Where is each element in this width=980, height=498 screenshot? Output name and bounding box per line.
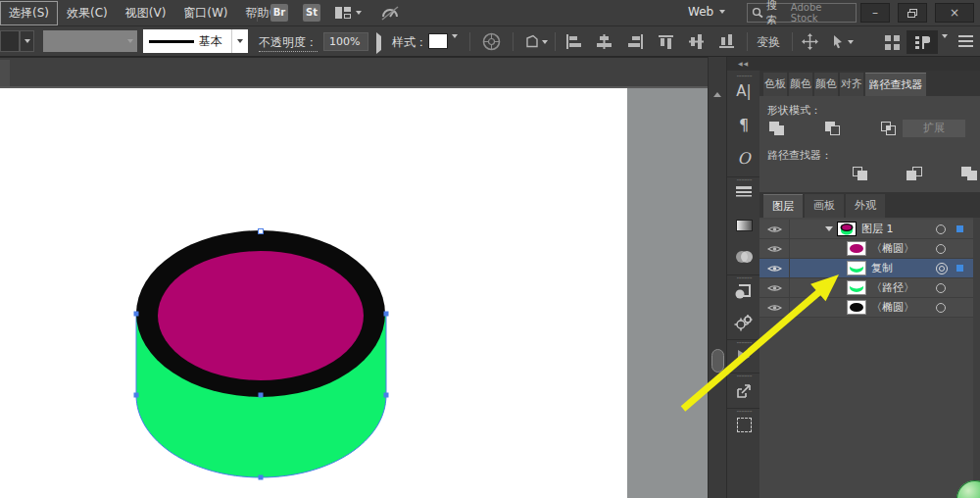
tab-artboards[interactable]: 画板 [805,194,844,218]
stroke-weight-dropdown[interactable] [20,30,34,52]
selection-tool-icon [831,34,845,49]
menu-select[interactable]: 选择(S) [0,1,58,25]
menu-effect[interactable]: 效果(C) [58,1,117,25]
bridge-button[interactable]: Br [270,4,288,22]
artboards-panel-icon[interactable] [727,418,760,435]
play-actions-icon[interactable] [727,349,760,368]
export-panel-icon[interactable] [727,382,760,403]
gpu-performance-icon[interactable] [380,4,400,25]
menu-view[interactable]: 视图(V) [117,1,175,25]
document-profile-value: Web [688,5,713,19]
free-transform-icon[interactable] [802,33,818,53]
cylinder-artwork[interactable] [0,88,708,498]
select-similar-button[interactable] [831,34,854,49]
layer-row[interactable]: 〈椭圆〉 [760,298,973,318]
tab-swatches[interactable]: 色板 [763,73,787,96]
layer-thumbnail[interactable] [847,300,866,315]
align-vertical-center-icon[interactable] [689,34,706,49]
visibility-toggle[interactable] [760,278,790,297]
align-bottom-icon[interactable] [719,34,736,49]
layer-thumbnail[interactable] [847,241,866,256]
workspace-chevron[interactable] [942,38,948,52]
right-panel-stack: 色板 颜色 颜色 对齐 路径查找器 形状模式： 扩展 路径查找器： 图层 画板 … [760,57,980,498]
visibility-toggle[interactable] [760,259,790,277]
stroke-panel-icon[interactable] [727,186,760,201]
cylinder-top[interactable] [158,251,364,380]
tab-appearance[interactable]: 外观 [846,194,885,218]
target-circle-icon[interactable] [936,224,946,234]
workspace-switcher-button[interactable] [906,30,938,54]
expand-chevron-icon[interactable] [825,226,833,231]
target-double-circle-icon[interactable] [936,263,948,274]
layer-row[interactable]: 〈椭圆〉 [760,239,973,259]
visibility-toggle[interactable] [760,239,790,258]
layer-thumbnail[interactable] [847,261,866,275]
close-button[interactable]: × [935,3,974,23]
scroll-up-arrow-icon[interactable] [713,92,721,97]
opentype-panel-icon[interactable]: O [727,149,760,168]
character-panel-icon[interactable]: A| [727,82,760,100]
style-chevron[interactable] [452,38,458,52]
merge-icon[interactable] [961,167,978,181]
target-circle-icon[interactable] [936,283,946,293]
layer-thumbnail[interactable] [837,222,857,236]
menu-window[interactable]: 窗口(W) [174,1,236,25]
recolor-artwork-icon[interactable] [482,32,501,54]
target-circle-icon[interactable] [936,303,946,313]
stroke-style-dropdown[interactable]: 基本 [143,29,231,53]
document-tab-bar[interactable] [0,57,709,88]
stroke-style-chevron[interactable] [231,29,248,53]
gradient-panel-icon[interactable] [727,220,760,234]
trim-icon[interactable] [906,167,923,181]
divide-icon[interactable] [853,167,869,181]
align-right-icon[interactable] [627,34,644,49]
align-top-icon[interactable] [659,34,675,49]
layer-row-group[interactable]: 图层 1 [760,220,973,239]
layer-name[interactable]: 图层 1 [861,222,894,236]
minus-front-icon[interactable] [825,122,842,136]
layer-name[interactable]: 〈椭圆〉 [871,300,914,315]
layer-row[interactable]: 〈路径〉 [760,278,973,298]
tab-pathfinder[interactable]: 路径查找器 [865,73,926,96]
paragraph-panel-icon[interactable]: ¶ [727,116,760,134]
search-input[interactable]: 搜索 Adobe Stock [747,3,857,23]
restore-button[interactable] [898,3,927,23]
tab-layers[interactable]: 图层 [763,194,803,218]
opacity-value-input[interactable]: 100% [323,32,368,51]
opacity-label[interactable]: 不透明度： [259,34,318,52]
arrange-documents-button[interactable] [334,6,362,20]
transparency-panel-icon[interactable] [727,249,760,268]
target-circle-icon[interactable] [936,244,946,254]
stroke-weight-value[interactable] [0,30,20,52]
layer-name[interactable]: 〈椭圆〉 [871,241,914,256]
style-swatch[interactable] [428,33,448,49]
tab-align[interactable]: 对齐 [840,73,863,96]
scrollbar-thumb[interactable] [711,349,724,373]
stock-button[interactable]: St [303,4,320,22]
minimize-button[interactable]: – [860,3,890,23]
opacity-stepper-button[interactable] [376,36,381,50]
align-left-icon[interactable] [565,34,582,49]
document-profile-dropdown[interactable]: Web [688,5,725,19]
tab-color-guide[interactable]: 颜色 [814,73,838,96]
actions-panel-icon[interactable] [727,314,760,334]
intersect-icon[interactable] [881,122,898,136]
application-grid-icon[interactable] [885,35,900,53]
eye-icon [767,264,782,274]
symbols-panel-icon[interactable] [727,282,760,303]
control-panel-menu-icon[interactable] [958,35,973,50]
collapse-panels-icon[interactable]: ◀◀ [727,57,760,71]
transform-link[interactable]: 变换 [757,34,780,51]
shape-properties-button[interactable] [523,34,548,49]
layer-row-selected[interactable]: 复制 [760,259,973,278]
tab-color[interactable]: 颜色 [789,73,812,96]
layer-name[interactable]: 复制 [871,261,893,275]
visibility-toggle[interactable] [760,298,790,317]
vertical-scrollbar[interactable] [708,57,726,498]
layer-thumbnail[interactable] [847,280,866,295]
panel-scrollbar[interactable] [973,218,980,498]
layer-name[interactable]: 〈路径〉 [871,280,914,295]
visibility-toggle[interactable] [760,220,790,238]
unite-icon[interactable] [769,122,786,136]
align-horizontal-center-icon[interactable] [596,34,612,49]
